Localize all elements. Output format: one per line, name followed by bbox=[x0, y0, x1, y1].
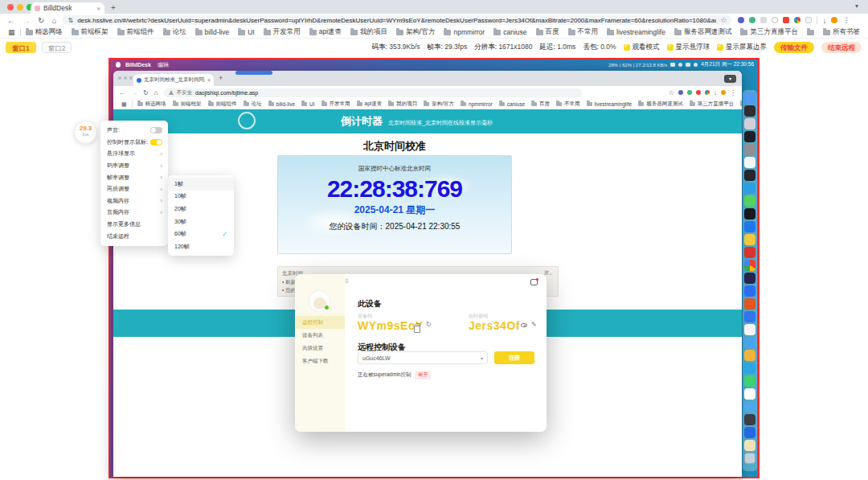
menu-item[interactable]: 帧率调整 › bbox=[100, 171, 168, 183]
bookmark-folder[interactable]: UI bbox=[238, 28, 255, 36]
dock-icon[interactable] bbox=[744, 311, 755, 322]
checkbox-checked-icon[interactable] bbox=[717, 44, 723, 51]
bookmark-folder[interactable]: api速查 bbox=[309, 27, 342, 37]
bookmark-folder[interactable]: 第三方直播平台 bbox=[740, 27, 798, 37]
address-bar[interactable]: ⇅ desk.hsslive.cn/#/webrtc?deskUserUuid=… bbox=[63, 15, 731, 25]
end-remote-button[interactable]: 结束远程 bbox=[821, 42, 862, 53]
bookmark-folder[interactable]: 架构/官方 bbox=[396, 27, 435, 37]
browser-menu-icon[interactable]: ⋮ bbox=[730, 89, 736, 96]
framerate-option[interactable]: 60帧 ✓ bbox=[168, 228, 234, 240]
extension-icon[interactable] bbox=[696, 90, 701, 95]
back-icon[interactable]: ← bbox=[7, 16, 15, 25]
minimize-window-button[interactable] bbox=[124, 76, 127, 80]
extension-icon[interactable] bbox=[772, 17, 778, 23]
bookmark-folder[interactable]: 我的项目 bbox=[350, 27, 387, 37]
profile-avatar[interactable] bbox=[831, 17, 837, 23]
remote-menubar-app[interactable]: BilldDesk bbox=[125, 62, 151, 68]
apps-grid-icon[interactable]: ▦ bbox=[8, 28, 15, 36]
bookmark-folder[interactable]: 前端框架 bbox=[72, 27, 108, 37]
bookmark-folder[interactable]: 我的项目 bbox=[388, 101, 417, 108]
vue-devtools-icon[interactable] bbox=[749, 17, 755, 23]
bookmark-folder[interactable]: livestreaminglife bbox=[607, 28, 665, 36]
dock-icon[interactable] bbox=[744, 337, 755, 348]
bookmark-folder[interactable]: 精选网络 bbox=[26, 27, 63, 37]
puzzle-extensions-icon[interactable] bbox=[805, 17, 812, 23]
window-tab-button[interactable]: 窗口1 bbox=[6, 42, 36, 53]
cloud-icon[interactable] bbox=[670, 63, 675, 67]
bookmark-folder[interactable]: livestreaminglife bbox=[587, 101, 633, 107]
bookmark-folder[interactable]: 服务器网速测试 bbox=[638, 101, 683, 108]
bookmark-folder[interactable]: 百度 bbox=[536, 27, 559, 37]
sidebar-nav-item[interactable]: 设备列表 bbox=[295, 329, 345, 342]
menubar-clock[interactable]: 4月21日 周一 22:30:56 bbox=[701, 61, 754, 68]
fps-floating-ball[interactable]: 29.3 fps bbox=[74, 121, 97, 144]
framerate-option[interactable]: 10帧 bbox=[168, 191, 234, 203]
dock-icon[interactable] bbox=[744, 195, 755, 207]
bookmark-folder[interactable]: api速查 bbox=[357, 101, 383, 108]
bookmark-folder[interactable]: UI bbox=[301, 101, 315, 107]
dock-icon[interactable] bbox=[744, 105, 755, 117]
bookmark-folder[interactable]: 开发常用 bbox=[264, 27, 301, 37]
home-icon[interactable]: ⌂ bbox=[51, 16, 56, 25]
framerate-option[interactable]: 120帧 bbox=[168, 240, 234, 253]
dock-icon[interactable] bbox=[744, 183, 755, 194]
disconnect-badge[interactable]: 断开 bbox=[415, 371, 431, 379]
forward-icon[interactable]: → bbox=[131, 89, 137, 96]
close-tab-icon[interactable]: × bbox=[207, 77, 211, 83]
dock-icon[interactable] bbox=[744, 453, 755, 464]
bookmark-star-icon[interactable]: ☆ bbox=[720, 16, 727, 24]
menu-item[interactable]: 控制时显示鼠标: bbox=[100, 137, 168, 149]
dock-icon[interactable] bbox=[744, 440, 755, 451]
close-window-button[interactable] bbox=[118, 76, 121, 80]
remote-desktop-screen[interactable]: BilldDesk 编辑 28% | 62% | 27.2/13.8 KB/s … bbox=[108, 58, 760, 478]
bookmark-folder[interactable]: 不常用 bbox=[556, 101, 580, 108]
menu-item[interactable]: 声音: bbox=[100, 125, 168, 137]
extension-icon[interactable] bbox=[783, 17, 789, 23]
bookmark-folder[interactable]: 百度 bbox=[531, 101, 550, 108]
tab-group-pill[interactable] bbox=[235, 71, 272, 75]
framerate-option[interactable]: 30帧 bbox=[168, 215, 234, 228]
extension-icon[interactable] bbox=[738, 17, 744, 23]
forward-icon[interactable]: → bbox=[23, 16, 31, 25]
bookmark-folder[interactable]: 第三方直播平台 bbox=[690, 101, 735, 108]
dock-icon[interactable] bbox=[744, 363, 755, 374]
dock-icon[interactable] bbox=[744, 298, 755, 310]
dock-icon[interactable] bbox=[744, 157, 755, 168]
bookmark-folder[interactable]: 开发常用 bbox=[321, 101, 350, 108]
edit-icon[interactable]: ✎ bbox=[531, 321, 537, 328]
new-tab-button[interactable]: + bbox=[219, 74, 223, 82]
dock-icon[interactable] bbox=[744, 170, 755, 181]
dock-icon[interactable] bbox=[744, 273, 755, 284]
new-tab-button[interactable]: + bbox=[111, 3, 116, 12]
extension-icon[interactable] bbox=[760, 17, 767, 23]
dock-icon[interactable] bbox=[744, 350, 755, 361]
menu-item[interactable]: 码率调整 › bbox=[100, 160, 168, 172]
dock-icon[interactable] bbox=[744, 234, 755, 245]
bookmark-folder[interactable]: 精选网络 bbox=[137, 101, 166, 108]
browser-menu-icon[interactable]: ⋮ bbox=[842, 16, 850, 24]
bookmark-folder[interactable]: 前端组件 bbox=[208, 101, 237, 108]
extension-icon[interactable] bbox=[705, 90, 710, 95]
bookmark-folder[interactable]: billd-live bbox=[195, 28, 230, 36]
tab-billddesk[interactable]: BilldDesk × bbox=[31, 2, 104, 14]
tab-overflow-chevron-icon[interactable]: ▾ bbox=[724, 75, 736, 83]
bookmark-folder[interactable]: caniuse bbox=[493, 28, 526, 36]
home-icon[interactable]: ⌂ bbox=[154, 89, 158, 96]
dock-icon[interactable] bbox=[744, 324, 755, 335]
checkbox-option[interactable]: 观看模式 bbox=[624, 43, 660, 52]
bookmark-folder[interactable]: 不常用 bbox=[568, 27, 599, 37]
apps-grid-icon[interactable]: ▦ bbox=[121, 101, 127, 108]
dock-icon[interactable] bbox=[744, 247, 755, 258]
refresh-icon[interactable]: ↻ bbox=[426, 321, 432, 328]
bookmark-folder[interactable]: 常见文件处理 bbox=[740, 101, 742, 108]
window-tab-button[interactable]: 窗口2 bbox=[42, 42, 72, 53]
site-brand[interactable]: 倒计时器 bbox=[341, 114, 383, 129]
bookmark-folder[interactable]: 架构/官方 bbox=[424, 101, 454, 108]
reload-icon[interactable]: ↻ bbox=[143, 89, 149, 96]
downloads-icon[interactable]: ↓ bbox=[822, 16, 826, 25]
bookmark-folder[interactable]: npmmirror bbox=[444, 28, 485, 36]
checkbox-option[interactable]: 显示悬浮球 bbox=[667, 43, 710, 52]
menu-item[interactable]: 显示更多信息 bbox=[100, 219, 168, 231]
bookmark-folder[interactable]: caniuse bbox=[499, 101, 525, 107]
menu-item[interactable]: 视频内容 › bbox=[100, 195, 168, 207]
